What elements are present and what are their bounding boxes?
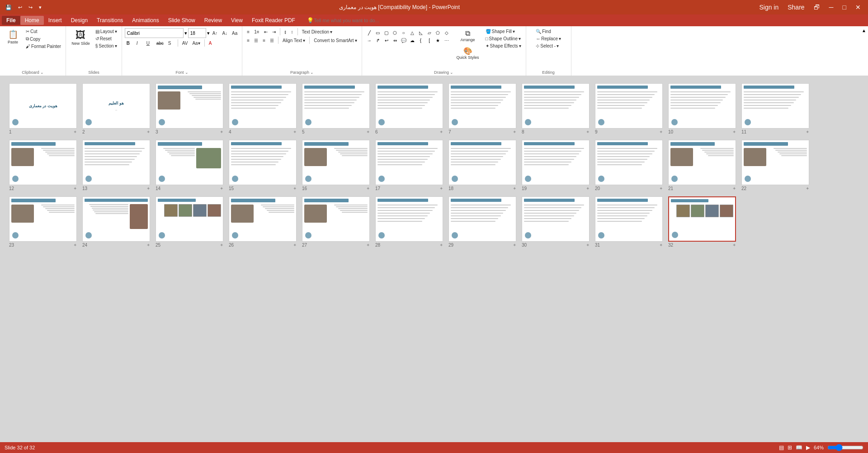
slide-item[interactable]: هو العلیم...2✦ (82, 83, 150, 134)
increase-font-button[interactable]: A↑ (211, 30, 220, 37)
slide-thumbnail[interactable]: هو العلیم... (82, 83, 150, 129)
slide-thumbnail[interactable] (448, 196, 516, 242)
columns-button[interactable]: ⫿ (283, 29, 288, 35)
shape-snip-rect[interactable]: ⬡ (392, 29, 399, 36)
strikethrough-button[interactable]: abc (155, 40, 165, 47)
slide-item[interactable]: 23✦ (9, 196, 77, 248)
slide-thumbnail[interactable] (595, 196, 663, 242)
slide-item[interactable]: 15✦ (229, 140, 297, 191)
maximize-button[interactable]: □ (839, 3, 850, 12)
copy-button[interactable]: ⧉ Copy (24, 35, 63, 43)
slide-item[interactable]: هویت در معماری1✦ (9, 83, 77, 134)
slideshow-button[interactable]: ▶ (806, 444, 810, 451)
customize-qat-button[interactable]: ▾ (37, 4, 43, 11)
shape-callout[interactable]: 💬 (400, 37, 407, 44)
reading-view-button[interactable]: 📖 (796, 444, 802, 451)
font-name-input[interactable]: Calibri (125, 28, 184, 38)
slide-thumbnail[interactable] (9, 140, 77, 185)
slide-thumbnail[interactable] (156, 83, 223, 129)
slide-thumbnail[interactable] (741, 83, 809, 129)
slide-item[interactable]: 9✦ (595, 83, 663, 134)
slide-item[interactable]: 12✦ (9, 140, 77, 191)
slide-thumbnail[interactable] (229, 196, 297, 242)
decrease-font-button[interactable]: A↓ (220, 30, 229, 37)
shape-parallelogram[interactable]: ▱ (426, 29, 433, 36)
new-slide-button[interactable]: 🖼 New Slide (69, 28, 93, 47)
menu-home[interactable]: Home (20, 16, 44, 25)
slide-item[interactable]: 19✦ (522, 140, 590, 191)
slide-item[interactable]: 29✦ (448, 196, 516, 248)
shape-curved-arrow[interactable]: ↱ (374, 37, 382, 44)
slide-item[interactable]: 20✦ (595, 140, 663, 191)
menu-file[interactable]: File (2, 16, 20, 25)
slide-thumbnail[interactable] (302, 140, 370, 185)
format-painter-button[interactable]: 🖌 Format Painter (24, 43, 63, 50)
slide-item[interactable]: 25✦ (156, 196, 223, 248)
slide-thumbnail[interactable] (668, 83, 736, 129)
numbering-button[interactable]: 1≡ (252, 29, 261, 35)
menu-review[interactable]: Review (200, 16, 226, 25)
clipboard-expand-icon[interactable]: ⌄ (40, 70, 44, 75)
text-direction-button[interactable]: Text Direction▾ (300, 29, 335, 35)
justify-button[interactable]: ☰ (268, 37, 276, 44)
italic-button[interactable]: I (135, 40, 144, 47)
slide-item[interactable]: 13✦ (82, 140, 150, 191)
shape-trapezoid[interactable]: ⬠ (434, 29, 442, 36)
tell-me-input[interactable] (314, 18, 413, 23)
slide-item[interactable]: 31✦ (595, 196, 663, 248)
slide-thumbnail[interactable] (668, 140, 736, 185)
undo-button[interactable]: ↩ (16, 4, 24, 11)
slide-item[interactable]: 18✦ (448, 140, 516, 191)
shape-bracket[interactable]: [ (426, 37, 433, 44)
quick-styles-button[interactable]: 🎨 Quick Styles (454, 45, 482, 61)
slide-thumbnail[interactable] (522, 83, 590, 129)
sign-in-button[interactable]: Sign in (755, 3, 782, 12)
font-size-input[interactable]: 18 (188, 28, 206, 38)
paste-button[interactable]: 📋 Paste (3, 28, 23, 46)
font-expand-icon[interactable]: ⌄ (185, 70, 189, 75)
arrange-button[interactable]: ⧉ Arrange (457, 28, 479, 43)
slide-item[interactable]: 27✦ (302, 196, 370, 248)
shape-arrow[interactable]: → (366, 37, 373, 44)
slide-thumbnail[interactable] (448, 83, 516, 129)
slide-item[interactable]: 11✦ (741, 83, 809, 134)
zoom-slider[interactable] (827, 444, 863, 451)
slide-thumbnail[interactable] (82, 140, 150, 185)
ribbon-collapse-button[interactable]: ▲ (860, 26, 868, 35)
slide-item[interactable]: 26✦ (229, 196, 297, 248)
slide-item[interactable]: 4✦ (229, 83, 297, 134)
line-spacing-button[interactable]: ↕ (289, 29, 295, 35)
shape-diamond[interactable]: ◇ (443, 29, 450, 36)
paragraph-expand-icon[interactable]: ⌄ (310, 70, 314, 75)
menu-animations[interactable]: Animations (127, 16, 163, 25)
shape-double-arrow[interactable]: ⇔ (392, 37, 399, 44)
shape-rounded-rect[interactable]: ▢ (383, 29, 390, 36)
slide-item[interactable]: 17✦ (375, 140, 443, 191)
slide-item[interactable]: 16✦ (302, 140, 370, 191)
font-color-button[interactable]: A (207, 40, 214, 47)
layout-button[interactable]: ▤ Layout▾ (94, 28, 119, 35)
reset-button[interactable]: ↺ Reset (94, 35, 119, 42)
change-case-button[interactable]: Aa▾ (190, 40, 202, 47)
restore-down-button[interactable]: 🗗 (810, 3, 824, 12)
shape-line[interactable]: ╱ (366, 29, 373, 36)
font-name-dropdown-icon[interactable]: ▾ (184, 30, 187, 36)
slide-thumbnail[interactable] (375, 83, 443, 129)
slide-item[interactable]: 24✦ (82, 196, 150, 248)
shape-fill-button[interactable]: 🪣 Shape Fill▾ (484, 28, 523, 35)
clear-format-button[interactable]: Aa (230, 30, 239, 37)
cut-button[interactable]: ✂ Cut (24, 28, 63, 35)
underline-button[interactable]: U (145, 40, 154, 47)
align-text-button[interactable]: Align Text▾ (281, 37, 307, 44)
slide-thumbnail[interactable] (375, 140, 443, 185)
slide-thumbnail[interactable] (156, 140, 223, 185)
slide-thumbnail[interactable] (522, 196, 590, 242)
shape-cloud[interactable]: ☁ (409, 37, 416, 44)
increase-indent-button[interactable]: ⇥ (270, 29, 278, 35)
slide-thumbnail[interactable] (741, 140, 809, 185)
convert-smartart-button[interactable]: Convert to SmartArt▾ (312, 37, 359, 44)
slide-item[interactable]: 3✦ (156, 83, 223, 134)
share-button[interactable]: Share (784, 3, 808, 12)
menu-design[interactable]: Design (66, 16, 92, 25)
slide-thumbnail[interactable]: هویت در معماری (9, 83, 77, 129)
